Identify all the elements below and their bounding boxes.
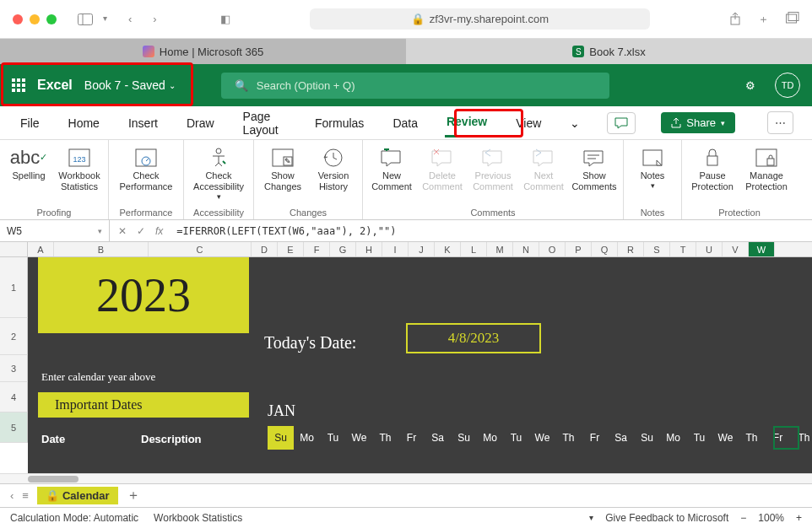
- zoom-in-button[interactable]: +: [796, 512, 802, 524]
- accept-icon[interactable]: ✓: [137, 225, 145, 237]
- maximize-window-icon[interactable]: [46, 14, 57, 24]
- share-icon: [671, 118, 681, 128]
- manage-protection-button[interactable]: Manage Protection: [741, 142, 792, 192]
- sidebar-toggle-icon[interactable]: ▾: [78, 13, 107, 25]
- search-input[interactable]: 🔍 Search (Option + Q): [221, 73, 609, 99]
- important-dates-header: Important Dates: [38, 392, 249, 418]
- delete-comment-button: Delete Comment: [419, 142, 466, 192]
- svg-text:123: 123: [73, 155, 85, 164]
- new-tab-icon[interactable]: ＋: [758, 12, 769, 27]
- add-sheet-button[interactable]: ＋: [127, 487, 140, 504]
- calc-mode[interactable]: Calculation Mode: Automatic: [10, 512, 138, 524]
- shield-icon[interactable]: ◧: [220, 13, 230, 25]
- app-launcher-icon[interactable]: [12, 78, 25, 92]
- svg-rect-22: [707, 156, 717, 165]
- spelling-button[interactable]: abc✓Spelling: [5, 142, 52, 181]
- new-comment-button[interactable]: New Comment: [368, 142, 415, 192]
- today-label: Today's Date:: [264, 333, 356, 353]
- gear-icon[interactable]: ⚙: [738, 73, 763, 98]
- pause-protection-button[interactable]: Pause Protection: [687, 142, 738, 192]
- date-col-header: Date: [41, 433, 65, 445]
- tab-formulas[interactable]: Formulas: [313, 110, 365, 137]
- chevron-down-icon: ⌄: [169, 81, 176, 90]
- worksheet[interactable]: A B C D E F G H I J K L M N O P Q R S T …: [0, 242, 812, 473]
- more-button[interactable]: ⋯: [767, 111, 793, 134]
- svg-text:✎: ✎: [284, 157, 291, 165]
- cancel-icon[interactable]: ✕: [118, 225, 127, 237]
- ribbon-tab-row: File Home Insert Draw Page Layout Formul…: [0, 106, 812, 140]
- traffic-lights: [13, 14, 57, 24]
- url-text: zf3vr-my.sharepoint.com: [430, 13, 549, 25]
- tab-review[interactable]: Review: [445, 108, 489, 137]
- tab-home[interactable]: Home: [67, 110, 101, 137]
- chevron-down-icon: ▾: [721, 119, 725, 127]
- group-label: Proofing: [5, 208, 103, 219]
- share-icon[interactable]: [729, 12, 741, 27]
- zoom-level[interactable]: 100%: [758, 512, 784, 524]
- workbook-stats-button[interactable]: 123Workbook Statistics: [56, 142, 103, 192]
- address-bar[interactable]: 🔒 zf3vr-my.sharepoint.com: [310, 8, 650, 30]
- month-label: JAN: [268, 402, 295, 420]
- ms365-icon: [143, 46, 154, 57]
- check-accessibility-button[interactable]: Check Accessibility▾: [189, 142, 248, 202]
- zoom-out-button[interactable]: −: [740, 512, 746, 524]
- check-performance-button[interactable]: Check Performance: [114, 142, 178, 192]
- svg-point-10: [216, 148, 221, 154]
- formula-input[interactable]: =IFERROR(LEFT(TEXT(W6,"aaa"), 2),""): [171, 225, 812, 237]
- minimize-window-icon[interactable]: [30, 14, 40, 24]
- group-label: Accessibility: [189, 208, 248, 219]
- ribbon: abc✓Spelling 123Workbook Statistics Proo…: [0, 140, 812, 220]
- sheet-nav-left-icon[interactable]: ‹: [10, 489, 14, 502]
- group-label: Protection: [687, 208, 792, 219]
- day-row: Su MoTu WeTh FrSa SuMo TuWe ThFr SaSu Mo…: [268, 426, 812, 450]
- svg-rect-4: [788, 12, 798, 20]
- svg-rect-24: [767, 159, 774, 165]
- h-scrollbar[interactable]: [0, 473, 812, 483]
- sheet-tab-calendar[interactable]: 🔒 Calendar: [37, 487, 118, 504]
- svg-rect-0: [78, 13, 93, 24]
- group-label: Comments: [368, 208, 618, 219]
- tab-data[interactable]: Data: [391, 110, 420, 137]
- svg-line-9: [146, 159, 149, 161]
- year-cell[interactable]: 2023: [38, 257, 249, 333]
- share-button[interactable]: Share ▾: [661, 112, 735, 133]
- tab-view[interactable]: View: [514, 110, 543, 137]
- nav-back-icon[interactable]: ‹: [128, 13, 132, 25]
- column-headers: A B C D E F G H I J K L M N O P Q R S T …: [0, 242, 812, 257]
- tab-file[interactable]: File: [19, 110, 41, 137]
- workbook-stats-link[interactable]: Workbook Statistics: [154, 512, 242, 524]
- tabs-icon[interactable]: [786, 12, 799, 27]
- today-value: 4/8/2023: [406, 323, 541, 353]
- calendar-area: 2023 Today's Date: 4/8/2023 Enter calend…: [28, 257, 812, 473]
- tab-page-layout[interactable]: Page Layout: [241, 103, 288, 143]
- prev-comment-button: Previous Comment: [469, 142, 517, 192]
- show-comments-button[interactable]: Show Comments: [571, 142, 618, 192]
- active-cell[interactable]: [773, 426, 799, 450]
- close-window-icon[interactable]: [13, 14, 23, 24]
- version-history-button[interactable]: Version History: [310, 142, 357, 192]
- doc-title[interactable]: Book 7 - Saved ⌄: [84, 78, 176, 92]
- group-label: Performance: [114, 208, 178, 219]
- tab-insert[interactable]: Insert: [127, 110, 160, 137]
- nav-fwd-icon[interactable]: ›: [153, 13, 156, 25]
- all-sheets-icon[interactable]: ≡: [22, 489, 29, 502]
- desc-col-header: Description: [141, 433, 202, 445]
- tab-overflow[interactable]: ⌄: [568, 110, 582, 137]
- fx-icon[interactable]: fx: [155, 225, 163, 237]
- status-bar: Calculation Mode: Automatic Workbook Sta…: [0, 507, 812, 523]
- tab-draw[interactable]: Draw: [185, 110, 216, 137]
- svg-rect-7: [136, 149, 156, 166]
- browser-tab-book7[interactable]: S Book 7.xlsx: [406, 39, 812, 64]
- group-label: Changes: [259, 208, 357, 219]
- avatar[interactable]: TD: [775, 73, 800, 98]
- feedback-link[interactable]: Give Feedback to Microsoft: [605, 512, 728, 524]
- comments-pane-button[interactable]: [607, 112, 636, 134]
- formula-bar: W5▾ ✕ ✓ fx =IFERROR(LEFT(TEXT(W6,"aaa"),…: [0, 220, 812, 242]
- next-comment-button: Next Comment: [520, 142, 567, 192]
- browser-tab-home[interactable]: Home | Microsoft 365: [0, 39, 406, 64]
- sheet-tab-strip: ‹ ≡ 🔒 Calendar ＋: [0, 483, 812, 507]
- row-headers: 1 2 3 4 5: [0, 257, 28, 443]
- name-box[interactable]: W5▾: [0, 220, 110, 241]
- show-changes-button[interactable]: ✎Show Changes: [259, 142, 306, 192]
- notes-button[interactable]: Notes▾: [629, 142, 676, 191]
